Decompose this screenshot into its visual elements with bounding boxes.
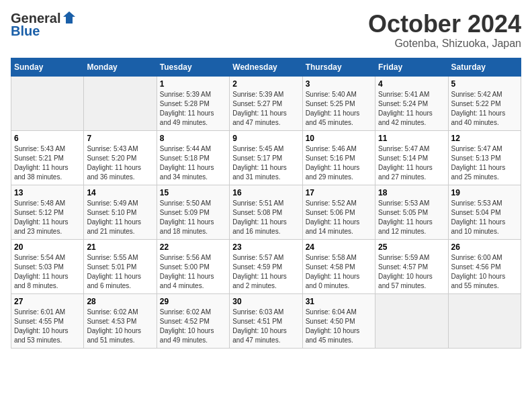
day-number: 31 [306,297,372,306]
calendar-day: 23Sunrise: 5:57 AMSunset: 4:59 PMDayligh… [230,239,302,293]
day-number: 24 [306,242,372,252]
calendar-day: 7Sunrise: 5:43 AMSunset: 5:20 PMDaylight… [84,130,157,185]
day-number: 30 [232,297,299,306]
day-number: 22 [160,242,226,252]
logo-icon [62,10,77,25]
day-detail: Sunrise: 5:47 AMSunset: 5:14 PMDaylight:… [378,144,445,182]
day-number: 9 [232,134,299,143]
calendar-day: 11Sunrise: 5:47 AMSunset: 5:14 PMDayligh… [375,130,448,185]
day-detail: Sunrise: 6:04 AMSunset: 4:50 PMDaylight:… [306,308,372,345]
calendar-day: 29Sunrise: 6:02 AMSunset: 4:52 PMDayligh… [157,293,229,348]
day-number: 23 [232,242,299,252]
day-detail: Sunrise: 6:00 AMSunset: 4:56 PMDaylight:… [451,253,518,291]
calendar-day: 31Sunrise: 6:04 AMSunset: 4:50 PMDayligh… [302,293,375,348]
day-number: 7 [87,134,153,143]
day-number: 18 [378,188,445,197]
calendar-week-5: 27Sunrise: 6:01 AMSunset: 4:55 PMDayligh… [11,293,521,348]
day-detail: Sunrise: 5:51 AMSunset: 5:08 PMDaylight:… [232,199,299,236]
calendar-day: 4Sunrise: 5:41 AMSunset: 5:24 PMDaylight… [375,76,448,130]
calendar-day: 20Sunrise: 5:54 AMSunset: 5:03 PMDayligh… [11,239,84,293]
day-number: 1 [160,79,226,89]
day-detail: Sunrise: 5:39 AMSunset: 5:27 PMDaylight:… [232,90,299,128]
day-detail: Sunrise: 5:53 AMSunset: 5:04 PMDaylight:… [451,199,518,236]
calendar-day: 25Sunrise: 5:59 AMSunset: 4:57 PMDayligh… [375,239,448,293]
calendar-day: 12Sunrise: 5:47 AMSunset: 5:13 PMDayligh… [448,130,521,185]
calendar-header-row: SundayMondayTuesdayWednesdayThursdayFrid… [11,58,521,76]
calendar-day: 5Sunrise: 5:42 AMSunset: 5:22 PMDaylight… [448,76,521,130]
day-number: 13 [14,188,81,197]
day-detail: Sunrise: 6:02 AMSunset: 4:53 PMDaylight:… [87,308,153,345]
day-number: 26 [451,242,518,252]
day-number: 6 [14,134,81,143]
day-detail: Sunrise: 5:53 AMSunset: 5:05 PMDaylight:… [378,199,445,236]
calendar-day: 18Sunrise: 5:53 AMSunset: 5:05 PMDayligh… [375,185,448,239]
header-wednesday: Wednesday [230,58,302,76]
day-number: 20 [14,242,81,252]
header-tuesday: Tuesday [157,58,229,76]
day-detail: Sunrise: 5:46 AMSunset: 5:16 PMDaylight:… [306,144,372,182]
calendar-day: 2Sunrise: 5:39 AMSunset: 5:27 PMDaylight… [230,76,302,130]
calendar-day: 15Sunrise: 5:50 AMSunset: 5:09 PMDayligh… [157,185,229,239]
calendar-day: 24Sunrise: 5:58 AMSunset: 4:58 PMDayligh… [302,239,375,293]
day-detail: Sunrise: 5:58 AMSunset: 4:58 PMDaylight:… [306,253,372,291]
header-friday: Friday [375,58,448,76]
calendar-day [84,76,157,130]
day-number: 10 [306,134,372,143]
calendar-day: 1Sunrise: 5:39 AMSunset: 5:28 PMDaylight… [157,76,229,130]
calendar-day: 8Sunrise: 5:44 AMSunset: 5:18 PMDaylight… [157,130,229,185]
day-number: 5 [451,79,518,89]
header-thursday: Thursday [302,58,375,76]
day-detail: Sunrise: 5:43 AMSunset: 5:21 PMDaylight:… [14,144,81,182]
calendar-day: 17Sunrise: 5:52 AMSunset: 5:06 PMDayligh… [302,185,375,239]
calendar-table: SundayMondayTuesdayWednesdayThursdayFrid… [11,58,521,349]
day-detail: Sunrise: 5:41 AMSunset: 5:24 PMDaylight:… [378,90,445,128]
day-detail: Sunrise: 5:56 AMSunset: 5:00 PMDaylight:… [160,253,226,291]
day-number: 11 [378,134,445,143]
calendar-day: 19Sunrise: 5:53 AMSunset: 5:04 PMDayligh… [448,185,521,239]
calendar-day: 28Sunrise: 6:02 AMSunset: 4:53 PMDayligh… [84,293,157,348]
day-detail: Sunrise: 5:57 AMSunset: 4:59 PMDaylight:… [232,253,299,291]
logo: General Blue [11,11,77,39]
day-detail: Sunrise: 5:44 AMSunset: 5:18 PMDaylight:… [160,144,226,182]
day-detail: Sunrise: 5:48 AMSunset: 5:12 PMDaylight:… [14,199,81,236]
month-title: October 2024 [368,11,521,38]
day-number: 14 [87,188,153,197]
calendar-day: 26Sunrise: 6:00 AMSunset: 4:56 PMDayligh… [448,239,521,293]
calendar-day: 30Sunrise: 6:03 AMSunset: 4:51 PMDayligh… [230,293,302,348]
calendar-week-4: 20Sunrise: 5:54 AMSunset: 5:03 PMDayligh… [11,239,521,293]
calendar-day: 3Sunrise: 5:40 AMSunset: 5:25 PMDaylight… [302,76,375,130]
day-detail: Sunrise: 6:03 AMSunset: 4:51 PMDaylight:… [232,308,299,345]
day-detail: Sunrise: 5:39 AMSunset: 5:28 PMDaylight:… [160,90,226,128]
day-number: 27 [14,297,81,306]
calendar-day: 27Sunrise: 6:01 AMSunset: 4:55 PMDayligh… [11,293,84,348]
header-sunday: Sunday [11,58,84,76]
svg-marker-0 [63,11,75,24]
calendar-day [375,293,448,348]
day-number: 8 [160,134,226,143]
day-number: 21 [87,242,153,252]
calendar-day [11,76,84,130]
day-number: 16 [232,188,299,197]
calendar-day: 14Sunrise: 5:49 AMSunset: 5:10 PMDayligh… [84,185,157,239]
calendar-day: 16Sunrise: 5:51 AMSunset: 5:08 PMDayligh… [230,185,302,239]
day-number: 25 [378,242,445,252]
day-detail: Sunrise: 5:47 AMSunset: 5:13 PMDaylight:… [451,144,518,182]
calendar-day: 13Sunrise: 5:48 AMSunset: 5:12 PMDayligh… [11,185,84,239]
day-number: 3 [306,79,372,89]
day-number: 19 [451,188,518,197]
day-number: 17 [306,188,372,197]
day-number: 28 [87,297,153,306]
day-detail: Sunrise: 5:49 AMSunset: 5:10 PMDaylight:… [87,199,153,236]
day-number: 15 [160,188,226,197]
calendar-day: 6Sunrise: 5:43 AMSunset: 5:21 PMDaylight… [11,130,84,185]
day-detail: Sunrise: 5:50 AMSunset: 5:09 PMDaylight:… [160,199,226,236]
page-header: General Blue October 2024 Gotenba, Shizu… [11,11,521,50]
day-number: 2 [232,79,299,89]
day-detail: Sunrise: 5:59 AMSunset: 4:57 PMDaylight:… [378,253,445,291]
logo-blue: Blue [11,24,40,39]
calendar-day: 21Sunrise: 5:55 AMSunset: 5:01 PMDayligh… [84,239,157,293]
day-detail: Sunrise: 5:54 AMSunset: 5:03 PMDaylight:… [14,253,81,291]
day-detail: Sunrise: 5:43 AMSunset: 5:20 PMDaylight:… [87,144,153,182]
header-monday: Monday [84,58,157,76]
day-number: 29 [160,297,226,306]
